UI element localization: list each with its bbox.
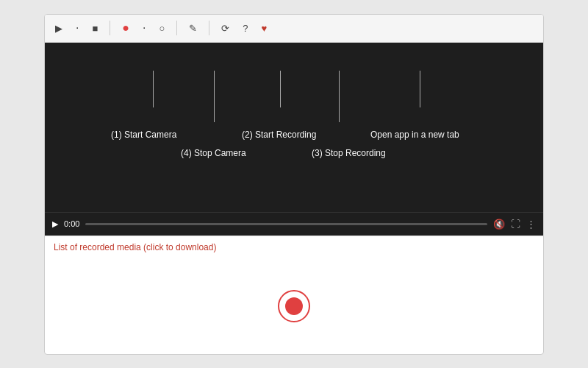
recorded-list-label: List of recorded media (click to downloa…: [54, 242, 534, 252]
annotation-open-app: Open app in a new tab: [370, 130, 459, 140]
record-button[interactable]: ●: [118, 18, 134, 38]
help-button[interactable]: ?: [238, 20, 252, 37]
stop-button[interactable]: ■: [87, 20, 102, 37]
vc-time: 0:00: [64, 219, 79, 228]
separator-1: [110, 21, 110, 35]
separator-3: [209, 21, 209, 35]
vline-2: [214, 71, 215, 122]
loop-button[interactable]: ⟳: [217, 20, 234, 37]
record-indicator[interactable]: [278, 290, 310, 322]
edit-button[interactable]: ✎: [184, 20, 201, 37]
vc-right-controls: 🔇 ⛶ ⋮: [493, 219, 536, 230]
toolbar: ▶ · ■ ● · ○ ✎ ⟳ ? ♥: [45, 15, 543, 43]
vline-3: [280, 71, 281, 107]
vc-volume-icon[interactable]: 🔇: [493, 219, 505, 230]
annotation-stop-recording: (3) Stop Recording: [312, 148, 386, 158]
circle-button[interactable]: ○: [154, 20, 169, 37]
annotation-container: (1) Start Camera (4) Stop Camera (2) Sta…: [45, 43, 543, 212]
step-back-button[interactable]: ·: [71, 18, 83, 38]
vline-4: [339, 71, 340, 122]
separator-2: [176, 21, 177, 35]
video-area: (1) Start Camera (4) Stop Camera (2) Sta…: [45, 43, 543, 212]
annotation-start-recording: (2) Start Recording: [242, 130, 316, 140]
step-fwd-button[interactable]: ·: [138, 18, 150, 38]
vc-more-icon[interactable]: ⋮: [526, 219, 536, 230]
heart-button[interactable]: ♥: [257, 20, 272, 37]
main-container: ▶ · ■ ● · ○ ✎ ⟳ ? ♥ (1) Start Camera (4)…: [44, 14, 544, 355]
below-video: List of recorded media (click to downloa…: [45, 236, 543, 258]
vline-5: [420, 71, 420, 107]
bottom-area: [45, 258, 543, 354]
vc-fullscreen-icon[interactable]: ⛶: [511, 219, 520, 230]
video-controls: ▶ 0:00 🔇 ⛶ ⋮: [45, 212, 543, 236]
vc-play-button[interactable]: ▶: [52, 219, 58, 229]
annotation-start-camera: (1) Start Camera: [111, 130, 176, 140]
record-dot: [285, 297, 303, 315]
vc-progress-bar[interactable]: [85, 223, 487, 225]
vline-1: [153, 71, 154, 107]
annotation-stop-camera: (4) Stop Camera: [181, 148, 246, 158]
play-button[interactable]: ▶: [51, 20, 67, 37]
